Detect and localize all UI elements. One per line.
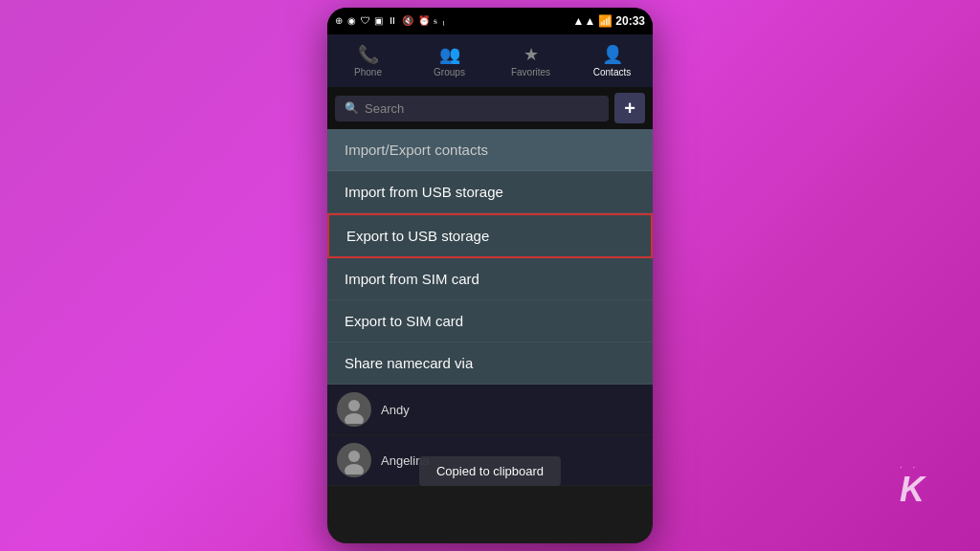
contacts-tab-label: Contacts bbox=[593, 67, 631, 77]
svg-point-3 bbox=[345, 464, 364, 474]
menu-item-export-usb[interactable]: Export to USB storage bbox=[327, 213, 653, 258]
search-placeholder: Search bbox=[365, 101, 404, 116]
add-contact-button[interactable]: + bbox=[614, 93, 645, 123]
status-right: ▲▲ 📶 20:33 bbox=[573, 14, 645, 28]
branding-area: · · K bbox=[900, 462, 924, 507]
menu-item-export-sim[interactable]: Export to SIM card bbox=[327, 300, 653, 342]
avatar-andy bbox=[337, 392, 371, 427]
toast-message: Copied to clipboard bbox=[436, 464, 544, 478]
avatar-angelina bbox=[337, 443, 371, 477]
signal-icon: ▲▲ bbox=[573, 14, 596, 28]
search-bar: 🔍 Search + bbox=[327, 87, 653, 129]
tab-contacts[interactable]: 👤 Contacts bbox=[571, 34, 653, 87]
tab-favorites[interactable]: ★ Favorites bbox=[490, 34, 571, 87]
time-display: 20:33 bbox=[615, 14, 645, 28]
menu-item-share-namecard[interactable]: Share namecard via bbox=[327, 342, 653, 385]
status-icons-left: ⊕ ◉ 🛡 ▣ ⏸ 🔇 ⏰ ᵴ ₁ bbox=[335, 15, 446, 27]
phone-tab-icon: 📞 bbox=[358, 44, 379, 65]
phone-frame: ⊕ ◉ 🛡 ▣ ⏸ 🔇 ⏰ ᵴ ₁ ▲▲ 📶 20:33 📞 Phone 👥 G… bbox=[327, 8, 653, 543]
groups-tab-icon: 👥 bbox=[439, 44, 460, 65]
contact-name-andy: Andy bbox=[381, 403, 410, 417]
plus-icon: + bbox=[624, 98, 635, 120]
import-export-menu: Import/Export contacts Import from USB s… bbox=[327, 129, 653, 385]
toast-notification: Copied to clipboard bbox=[419, 456, 561, 486]
tab-groups[interactable]: 👥 Groups bbox=[409, 34, 490, 87]
status-bar: ⊕ ◉ 🛡 ▣ ⏸ 🔇 ⏰ ᵴ ₁ ▲▲ 📶 20:33 bbox=[327, 8, 653, 34]
menu-item-import-sim[interactable]: Import from SIM card bbox=[327, 258, 653, 300]
favorites-tab-label: Favorites bbox=[511, 67, 550, 77]
contact-item-andy[interactable]: Andy bbox=[327, 385, 653, 435]
search-icon: 🔍 bbox=[345, 101, 359, 115]
contacts-tab-icon: 👤 bbox=[602, 44, 623, 65]
menu-item-import-usb[interactable]: Import from USB storage bbox=[327, 171, 653, 213]
wifi-icon: 📶 bbox=[598, 14, 612, 28]
svg-point-0 bbox=[348, 400, 360, 411]
groups-tab-label: Groups bbox=[434, 67, 465, 77]
nav-tabs: 📞 Phone 👥 Groups ★ Favorites 👤 Contacts bbox=[327, 34, 653, 87]
branding-logo: K bbox=[900, 473, 924, 507]
tab-phone[interactable]: 📞 Phone bbox=[327, 34, 409, 87]
notification-icons: ⊕ ◉ 🛡 ▣ ⏸ 🔇 ⏰ ᵴ ₁ bbox=[335, 15, 446, 27]
favorites-tab-icon: ★ bbox=[523, 44, 539, 65]
svg-point-1 bbox=[345, 413, 364, 424]
phone-tab-label: Phone bbox=[354, 67, 382, 77]
svg-point-2 bbox=[348, 451, 360, 462]
menu-title: Import/Export contacts bbox=[327, 129, 653, 171]
search-field[interactable]: 🔍 Search bbox=[335, 96, 609, 121]
